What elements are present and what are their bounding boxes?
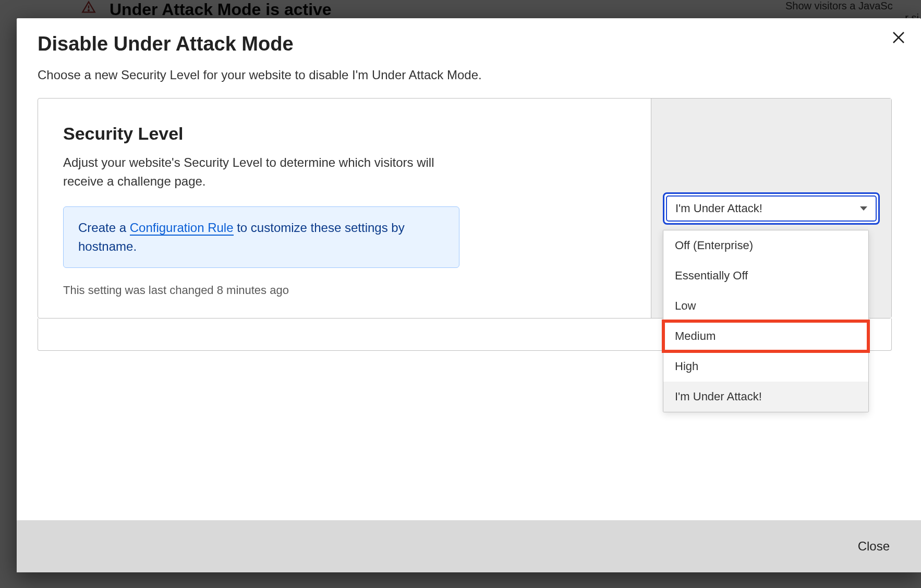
option-under-attack[interactable]: I'm Under Attack!: [663, 382, 868, 412]
last-changed-text: This setting was last changed 8 minutes …: [63, 284, 626, 297]
info-box: Create a Configuration Rule to customize…: [63, 206, 459, 268]
security-level-select[interactable]: I'm Under Attack!: [666, 195, 877, 222]
modal-footer: Close: [17, 520, 921, 572]
disable-attack-modal: Disable Under Attack Mode Choose a new S…: [17, 18, 921, 572]
card-right-panel: I'm Under Attack! Off (Enterprise) Essen…: [651, 99, 891, 318]
chevron-down-icon: [860, 206, 867, 211]
security-level-dropdown: Off (Enterprise) Essentially Off Low Med…: [663, 230, 869, 412]
close-icon[interactable]: [891, 30, 906, 45]
security-level-card: Security Level Adjust your website's Sec…: [38, 98, 892, 318]
card-title: Security Level: [63, 124, 626, 144]
info-text-prefix: Create a: [78, 220, 130, 235]
close-button[interactable]: Close: [858, 539, 890, 554]
security-level-select-focus-ring: I'm Under Attack!: [663, 192, 880, 225]
option-medium[interactable]: Medium: [663, 321, 868, 351]
select-value: I'm Under Attack!: [675, 202, 762, 215]
modal-title: Disable Under Attack Mode: [38, 33, 892, 55]
option-essentially-off[interactable]: Essentially Off: [663, 261, 868, 291]
card-description: Adjust your website's Security Level to …: [63, 153, 459, 191]
option-low[interactable]: Low: [663, 291, 868, 321]
option-high[interactable]: High: [663, 351, 868, 382]
modal-subtitle: Choose a new Security Level for your web…: [38, 68, 892, 82]
option-off-enterprise[interactable]: Off (Enterprise): [663, 230, 868, 261]
configuration-rule-link[interactable]: Configuration Rule: [130, 220, 234, 236]
